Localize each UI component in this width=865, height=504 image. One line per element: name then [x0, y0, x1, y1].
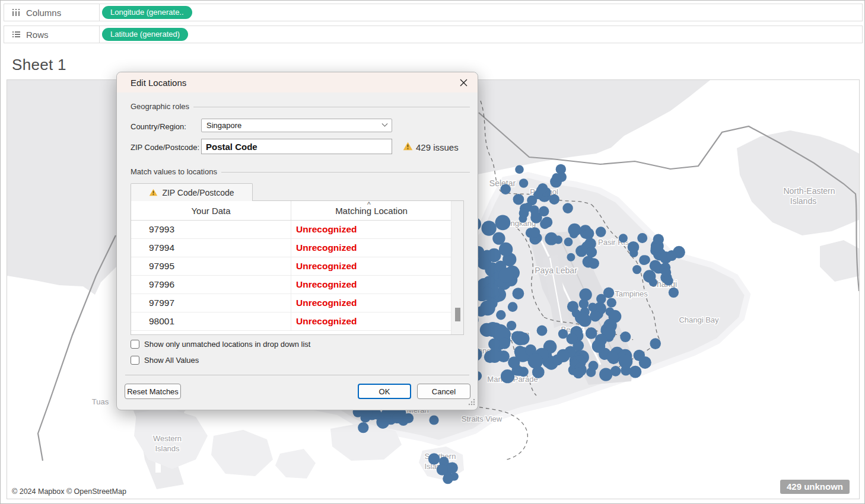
map-dot[interactable] [537, 326, 548, 336]
map-dot[interactable] [517, 332, 529, 344]
map-dot[interactable] [573, 367, 584, 378]
map-dot[interactable] [586, 247, 597, 257]
map-dot[interactable] [634, 350, 645, 361]
map-dot[interactable] [508, 302, 518, 312]
map-dot[interactable] [488, 350, 501, 363]
table-scrollbar[interactable] [451, 201, 463, 334]
map-dot[interactable] [498, 267, 514, 283]
country-region-select[interactable]: Singapore [201, 119, 392, 132]
map-dot[interactable] [481, 221, 496, 235]
map-dot[interactable] [649, 278, 657, 286]
matching-location-cell[interactable]: Unrecognized [291, 312, 451, 330]
map-dot[interactable] [637, 233, 647, 243]
close-button[interactable] [456, 75, 471, 90]
table-row[interactable]: 97996Unrecognized [131, 276, 463, 294]
ok-button[interactable]: OK [358, 384, 411, 399]
reset-matches-button[interactable]: Reset Matches [125, 384, 181, 399]
issues-count[interactable]: 429 issues [416, 142, 459, 152]
map-dot[interactable] [666, 250, 677, 261]
show-unmatched-checkbox[interactable] [131, 340, 139, 349]
latitude-pill[interactable]: Latitude (generated) [102, 28, 188, 41]
map-dot[interactable] [496, 310, 505, 320]
map-dot[interactable] [589, 361, 599, 371]
table-row[interactable]: 98001Unrecognized [131, 312, 463, 331]
map-dot[interactable] [619, 234, 628, 243]
map-dot[interactable] [610, 366, 621, 377]
map-dot[interactable] [562, 203, 573, 213]
matching-location-cell[interactable]: Unrecognized [291, 239, 451, 257]
map-dot[interactable] [650, 260, 661, 272]
map-dot[interactable] [629, 366, 642, 378]
map-dot[interactable] [392, 413, 403, 423]
map-dot[interactable] [579, 288, 591, 301]
map-dot[interactable] [428, 453, 440, 465]
your-data-cell[interactable]: 98001 [131, 312, 291, 330]
table-row[interactable]: 97997Unrecognized [131, 294, 463, 312]
tab-zip-code-postcode[interactable]: ZIP Code/Postcode [131, 183, 253, 201]
table-row[interactable]: 97995Unrecognized [131, 257, 463, 276]
longitude-pill[interactable]: Longitude (generate.. [102, 6, 192, 19]
unknown-count-badge[interactable]: 429 unknown [780, 480, 850, 494]
map-dot[interactable] [499, 243, 513, 256]
map-dot[interactable] [377, 417, 389, 429]
map-dot[interactable] [358, 422, 368, 433]
map-dot[interactable] [538, 183, 548, 193]
matching-location-cell[interactable]: Unrecognized [291, 294, 451, 312]
columns-shelf[interactable]: Columns Longitude (generate.. [4, 4, 863, 21]
map-dot[interactable] [564, 238, 573, 247]
map-dot[interactable] [639, 255, 649, 265]
map-dot[interactable] [607, 298, 616, 307]
map-dot[interactable] [583, 229, 594, 240]
resize-grip-icon[interactable] [468, 398, 475, 407]
map-dot[interactable] [539, 206, 549, 216]
map-dot[interactable] [515, 165, 524, 174]
map-dot[interactable] [528, 353, 543, 369]
map-dot[interactable] [447, 462, 458, 474]
map-dot[interactable] [531, 210, 539, 218]
show-unmatched-checkbox-row[interactable]: Show only unmatched locations in drop do… [131, 340, 310, 349]
cancel-button[interactable]: Cancel [417, 384, 470, 399]
matching-location-cell[interactable]: Unrecognized [291, 276, 451, 294]
map-dot[interactable] [549, 194, 559, 205]
map-dot[interactable] [556, 349, 570, 362]
map-attribution[interactable]: © 2024 Mapbox © OpenStreetMap [12, 487, 126, 496]
map-dot[interactable] [603, 288, 614, 298]
column-header-your-data[interactable]: Your Data [131, 201, 291, 220]
matching-location-cell[interactable]: Unrecognized [291, 257, 451, 275]
map-dot[interactable] [586, 327, 597, 339]
map-dot[interactable] [567, 253, 575, 261]
map-dot[interactable] [567, 301, 578, 312]
your-data-cell[interactable]: 97996 [131, 276, 291, 294]
map-dot[interactable] [599, 368, 612, 381]
map-dot[interactable] [443, 474, 453, 484]
table-row[interactable]: 97994Unrecognized [131, 239, 463, 257]
show-all-values-checkbox[interactable] [131, 356, 139, 365]
map-dot[interactable] [556, 164, 566, 174]
map-dot[interactable] [589, 258, 599, 269]
map-dot[interactable] [558, 329, 568, 339]
show-all-values-checkbox-row[interactable]: Show All Values [131, 356, 199, 365]
map-dot[interactable] [480, 301, 495, 316]
map-dot[interactable] [620, 331, 631, 342]
map-dot[interactable] [606, 351, 618, 363]
map-dot[interactable] [429, 415, 438, 425]
map-dot[interactable] [588, 302, 597, 311]
map-dot[interactable] [567, 333, 578, 344]
map-dot[interactable] [653, 234, 664, 245]
map-dot[interactable] [500, 184, 511, 194]
columns-shelf-field[interactable]: Longitude (generate.. [99, 4, 863, 21]
map-dot[interactable] [488, 339, 500, 350]
map-dot[interactable] [530, 227, 540, 237]
table-row[interactable]: 97993Unrecognized [131, 221, 463, 239]
map-dot[interactable] [437, 464, 448, 476]
matching-location-cell[interactable]: Unrecognized [291, 221, 451, 238]
your-data-cell[interactable]: 97994 [131, 239, 291, 257]
map-dot[interactable] [482, 286, 492, 296]
map-dot[interactable] [650, 338, 661, 349]
map-dot[interactable] [628, 241, 640, 253]
map-dot[interactable] [519, 208, 529, 218]
map-dot[interactable] [592, 339, 606, 353]
map-dot[interactable] [499, 338, 510, 349]
your-data-cell[interactable]: 97997 [131, 294, 291, 312]
map-dot[interactable] [403, 413, 414, 423]
